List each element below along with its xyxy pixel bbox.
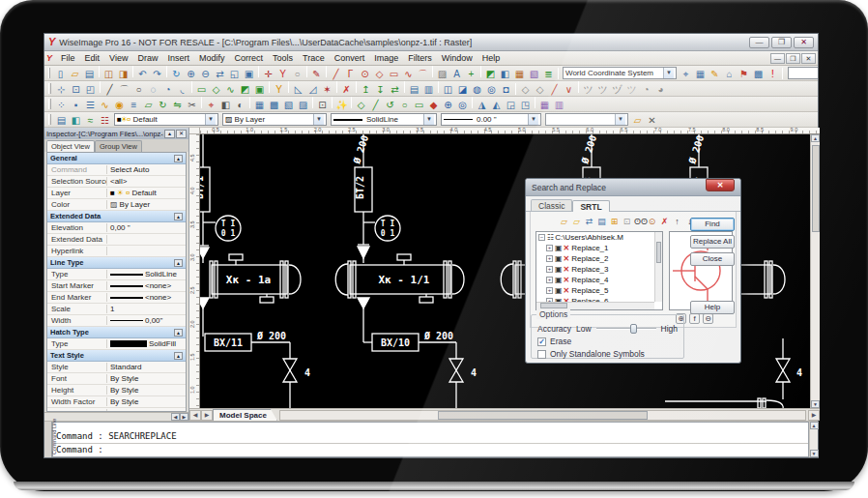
tree-v-scrollbar[interactable] <box>654 232 662 302</box>
flag-icon[interactable]: ⚑ <box>737 67 751 80</box>
menu-help[interactable]: Help <box>477 52 506 64</box>
raster-edit-icon[interactable]: ▧ <box>527 67 541 80</box>
property-row[interactable]: Color▨By Layer <box>47 199 186 211</box>
property-row[interactable]: Width FactorBy Style <box>47 396 186 408</box>
arc-icon[interactable]: ⌒ <box>416 67 430 80</box>
tree-root[interactable]: −☷ C:\Users\Abhisek.M <box>536 232 662 243</box>
property-value[interactable]: 1 <box>107 305 186 313</box>
frame-poly-icon[interactable]: ◇ <box>209 82 223 96</box>
camera-icon[interactable]: ◨ <box>116 67 130 80</box>
pick-circle-icon[interactable]: ○ <box>131 82 146 96</box>
expand-icon[interactable]: + <box>546 287 553 294</box>
layer-combo[interactable]: ■☀¤ Default ▼ <box>114 113 218 126</box>
sheet-next-icon[interactable]: ▶ <box>201 410 213 421</box>
property-value[interactable]: SolidFill <box>107 339 186 348</box>
sel-load-icon[interactable]: ◪ <box>455 82 470 96</box>
tree-item[interactable]: +▣✕Replace_3 <box>536 264 662 275</box>
property-value[interactable]: <none> <box>107 281 186 290</box>
home-icon[interactable]: ⌂ <box>722 67 737 80</box>
collapse-section-icon[interactable]: ▲ <box>174 329 183 337</box>
frame-rect-icon[interactable]: ▭ <box>194 82 209 96</box>
property-row[interactable]: Scale1 <box>47 304 186 315</box>
property-value[interactable]: SolidLine <box>107 270 186 278</box>
collapse-section-icon[interactable]: ▲ <box>174 155 183 162</box>
inspector-minimize-button[interactable]: ▴ <box>164 130 175 138</box>
dialog-close-button[interactable]: ✕ <box>706 179 735 191</box>
menu-tools[interactable]: Tools <box>268 52 298 64</box>
property-row[interactable]: CommandSelect Auto <box>47 164 186 176</box>
tree-item[interactable]: +▣✕Replace_5 <box>536 285 662 296</box>
marker1-icon[interactable]: ◇ <box>518 82 533 96</box>
shrink-icon[interactable]: ↧ <box>373 82 388 96</box>
find-binoculars-icon[interactable]: ʘʘ <box>633 215 646 227</box>
line-icon[interactable]: ╱ <box>329 67 343 80</box>
chevron-down-icon[interactable]: ▼ <box>423 114 434 125</box>
canvas-h-scrollbar[interactable] <box>279 410 806 421</box>
property-value[interactable]: By Style <box>107 386 186 395</box>
zoom-extents-icon[interactable]: ▣ <box>242 67 256 80</box>
property-row[interactable]: TypeSolidLine <box>47 269 186 280</box>
sel-save-icon[interactable]: ◫ <box>441 82 455 96</box>
toolbar-grip[interactable] <box>48 83 51 94</box>
vect-node-icon[interactable]: ◆ <box>426 98 441 111</box>
apply-icon[interactable]: ⊙ <box>646 215 658 227</box>
toolbar-grip[interactable] <box>48 68 50 78</box>
collapse-section-icon[interactable]: ▲ <box>174 213 183 220</box>
save-icon[interactable]: ▤ <box>595 215 608 227</box>
rhomb-icon[interactable]: ◇ <box>372 67 387 80</box>
insert-plus-icon[interactable]: + <box>464 67 478 80</box>
chevron-down-icon[interactable]: ▼ <box>528 114 538 125</box>
collapse-section-icon[interactable]: ▲ <box>174 352 183 360</box>
vect-arc-icon[interactable]: ╱ <box>368 98 383 111</box>
command-scrollbar[interactable]: ▲ ▼ <box>809 422 818 457</box>
rotate-icon[interactable]: ↻ <box>156 98 170 111</box>
move-up-icon[interactable]: ↑ <box>671 215 683 227</box>
tree-item[interactable]: +▣✕Replace_4 <box>536 275 662 285</box>
mesh-icon[interactable]: ▩ <box>751 67 766 80</box>
vect-line-icon[interactable]: ◇ <box>354 98 368 111</box>
zoom-in-icon[interactable]: ⊕ <box>184 67 198 80</box>
scroll-left-icon[interactable]: ◀ <box>171 413 180 421</box>
magic-wand-icon[interactable]: ✶ <box>320 82 334 96</box>
slash3-icon[interactable]: ヅ <box>610 82 624 96</box>
vect-join-icon[interactable]: ⊕ <box>441 98 455 111</box>
pen2-icon[interactable]: ∨ <box>562 82 576 96</box>
maximize-button[interactable]: ❐ <box>771 37 792 48</box>
deskew-icon[interactable]: ▱ <box>141 98 156 111</box>
scroll-up-icon[interactable]: ▲ <box>811 134 820 142</box>
new-folder-icon[interactable]: ▱ <box>558 215 570 227</box>
quick-search-input[interactable] <box>788 67 818 79</box>
menu-correct[interactable]: Correct <box>229 52 268 64</box>
smart-pick-icon[interactable]: ◺ <box>291 82 305 96</box>
raster-merge-icon[interactable]: ◩ <box>483 67 498 80</box>
property-row[interactable]: Start Marker<none> <box>47 280 186 292</box>
tab-srtl[interactable]: SRTL <box>572 200 609 212</box>
scroll-down-icon[interactable]: ▼ <box>810 450 819 457</box>
linetype-combo[interactable]: SolidLine ▼ <box>331 113 437 126</box>
h-scroll-thumb[interactable] <box>438 411 648 420</box>
layer-manager-icon[interactable]: ▤ <box>54 113 69 127</box>
copy-icon[interactable]: ⊞ <box>608 215 621 227</box>
property-value[interactable]: 0,00 " <box>107 223 186 232</box>
ucs-icon[interactable]: ⌖ <box>679 67 693 80</box>
property-row[interactable]: StyleStandard <box>47 362 186 373</box>
open-icon[interactable]: ▱ <box>68 67 82 80</box>
line-width-combo[interactable]: 0.00 " ▼ <box>441 113 541 126</box>
property-row[interactable]: FontBy Style <box>47 373 186 385</box>
pan-icon[interactable]: ✛ <box>261 67 275 80</box>
sel-clip-icon[interactable]: ◘ <box>499 82 513 96</box>
property-value[interactable]: ■☀¤Default <box>107 189 186 197</box>
menu-modify[interactable]: Modify <box>194 52 230 64</box>
color-manager-icon[interactable]: ◧ <box>69 113 83 127</box>
section-header[interactable]: Line Type▲ <box>47 257 186 269</box>
vect-circle-icon[interactable]: ○ <box>397 98 412 111</box>
scroll-right-icon[interactable]: ▶ <box>180 413 188 421</box>
save-icon[interactable]: ▤ <box>82 67 97 80</box>
ocr-b-icon[interactable]: ◭ <box>489 98 504 111</box>
sel-subtract-icon[interactable]: ◎ <box>484 82 499 96</box>
frame-lasso-icon[interactable]: ∿ <box>223 82 238 96</box>
ink1-icon[interactable]: ◔ <box>639 82 653 96</box>
preview-zoom-out-button[interactable]: ⊖ <box>703 313 713 324</box>
erase-checkbox[interactable]: ✓ <box>537 337 546 346</box>
frame-icon[interactable]: ⊡ <box>315 98 330 111</box>
